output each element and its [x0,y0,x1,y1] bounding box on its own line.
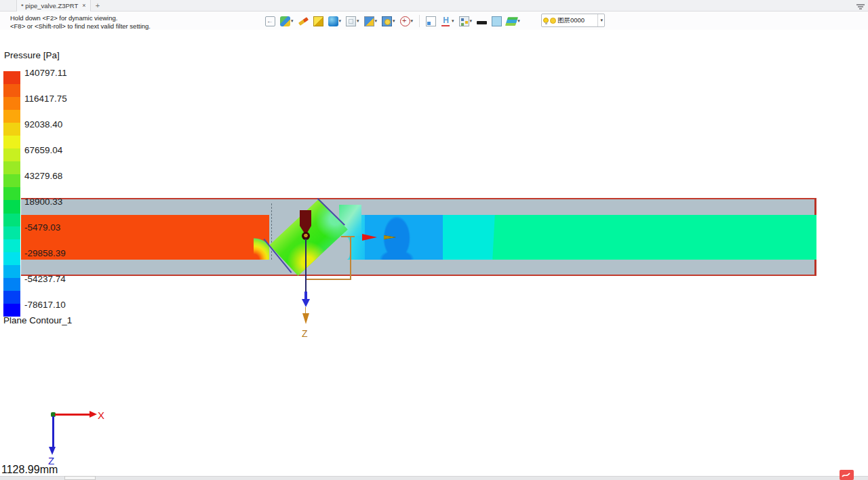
new-tab-button[interactable]: + [92,1,103,11]
annotation-line-bottom [307,279,351,280]
triad-x-axis-line [55,414,90,416]
dropdown-caret-icon[interactable]: ▾ [470,18,473,24]
legend-colorbar [3,71,20,317]
legend-value: -54237.74 [24,274,66,284]
z-axis-arrow-icon [302,313,309,324]
dynamic-view-icon [280,16,290,26]
window-display-button[interactable] [425,14,437,28]
flow-direction-arrow-olive [384,235,396,239]
dropdown-caret-icon[interactable]: ▾ [452,18,454,24]
dropdown-caret-icon[interactable]: ▾ [411,18,414,24]
contour-outlet-spring-green [492,215,816,260]
legend-footer: Plane Contour_1 [3,315,72,325]
triad-z-axis-line [52,416,54,447]
valve-z-axis-label: Z [302,328,308,339]
horizontal-scrollbar-thumb[interactable] [64,476,96,480]
legend-title: Pressure [Pa] [4,50,60,60]
line-width-icon [477,21,487,24]
image-capture-icon [364,16,374,26]
line-width-button[interactable] [476,14,488,28]
colorbar-segment [3,123,20,136]
rotate-center-icon [400,16,410,26]
dropdown-caret-icon[interactable]: ▾ [517,18,520,24]
exit-sketch-icon [265,16,275,26]
tab-bar: * pipe_valve.Z3PRT × + [0,0,868,12]
dropdown-caret-icon[interactable]: ▾ [339,18,342,24]
colorbar-segment [3,148,20,161]
render-manager-button[interactable]: ▾ [458,14,473,28]
colorbar-segment [3,252,20,265]
layer-color-icon [550,18,556,24]
colorbar-segment [3,265,20,278]
hint-line-2: <F8> or <Shift-roll> to find next valid … [10,22,151,31]
chevron-down-icon[interactable]: ▾ [597,14,603,26]
exit-sketch-button[interactable] [264,14,276,28]
legend-value: 43279.68 [24,171,62,181]
layer-combobox-value: 图层0000 [557,16,585,25]
colorbar-segment [3,239,20,252]
camera-view-button[interactable]: ▾ [381,14,396,28]
valve-flange-dashed-line [271,203,272,260]
dynamic-view-button[interactable]: ▾ [279,14,294,28]
section-view-icon [441,16,451,26]
triad-x-arrow-icon [90,411,97,418]
colorbar-segment [3,136,20,148]
dropdown-caret-icon[interactable]: ▾ [375,18,378,24]
dropdown-caret-icon[interactable]: ▾ [393,18,395,24]
colorbar-segment [3,226,20,239]
colorbar-segment [3,214,20,226]
eraser-button[interactable] [298,14,309,28]
notification-badge-icon[interactable] [840,470,854,480]
hint-line-1: Hold down <F2> for dynamic viewing. [10,14,151,22]
wireframe-display-icon [346,16,356,26]
face-color-icon [492,16,502,26]
section-view-button[interactable]: ▾ [440,14,455,28]
tab-close-icon[interactable]: × [82,3,85,9]
eraser-icon [298,16,309,26]
legend-value: -5479.03 [24,222,60,233]
window-display-icon [426,16,436,26]
y-axis-arrow-icon [302,299,310,307]
wireframe-display-button[interactable]: ▾ [345,14,360,28]
layer-combobox[interactable]: 图层0000 ▾ [541,14,605,27]
toolbar: Hold down <F2> for dynamic viewing. <F8>… [0,12,868,30]
solid-display-button[interactable] [313,14,324,28]
legend-value: 116417.75 [24,94,67,104]
layer-display-icon [505,17,518,26]
colorbar-segment [3,174,20,187]
hint-text: Hold down <F2> for dynamic viewing. <F8>… [10,14,151,31]
layer-display-button[interactable]: ▾ [506,14,521,28]
flow-direction-arrow-red [362,234,377,241]
colorbar-segment [3,97,20,110]
camera-view-icon [382,16,392,26]
colorbar-segment [3,187,20,200]
legend-value: 18900.33 [24,197,62,207]
shaded-display-icon [328,16,338,26]
legend-value: 92038.40 [24,119,62,129]
shaded-display-button[interactable]: ▾ [328,14,342,28]
legend-value: 140797.11 [24,68,67,78]
contour-pressure-fan [254,231,270,260]
triad-x-label: X [98,409,104,421]
legend-value: -29858.39 [24,248,66,258]
toolbar-separator [419,15,420,27]
colorbar-segment [3,200,20,213]
dropdown-caret-icon[interactable]: ▾ [291,18,294,24]
image-capture-button[interactable]: ▾ [363,14,378,28]
colorbar-segment [3,110,20,123]
triad-z-arrow-icon [49,447,56,455]
dropdown-caret-icon[interactable]: ▾ [357,18,359,24]
face-color-button[interactable] [491,14,502,28]
colorbar-segment [3,84,20,97]
tab-pipe-valve[interactable]: * pipe_valve.Z3PRT × [16,0,91,12]
toolbar-overflow-icon[interactable] [856,3,865,10]
scale-readout: 1128.99mm [1,464,58,476]
horizontal-scrollbar[interactable] [0,476,868,480]
colorbar-segment [3,291,20,304]
colorbar-segment [3,71,20,84]
render-manager-icon [459,16,469,26]
solid-display-icon [313,16,323,26]
lightbulb-icon [543,18,549,23]
annotation-line-right [350,237,351,280]
rotate-center-button[interactable]: ▾ [399,14,414,28]
